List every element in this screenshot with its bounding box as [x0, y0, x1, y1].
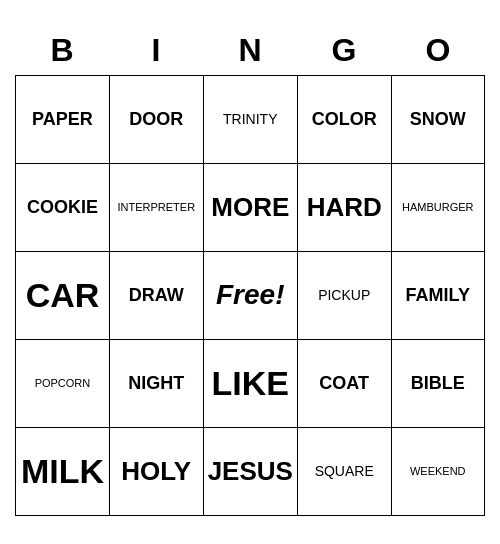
bingo-cell: FAMILY: [391, 252, 485, 340]
bingo-cell: LIKE: [203, 340, 297, 428]
header-letter: N: [203, 28, 297, 73]
bingo-cell: MILK: [16, 428, 110, 516]
bingo-cell: HAMBURGER: [391, 164, 485, 252]
cell-text: PICKUP: [302, 288, 387, 303]
grid-row: POPCORNNIGHTLIKECOATBIBLE: [16, 340, 485, 428]
header-letter: I: [109, 28, 203, 73]
bingo-cell: DOOR: [109, 76, 203, 164]
cell-text: LIKE: [208, 365, 293, 402]
cell-text: MORE: [208, 193, 293, 222]
cell-text: Free!: [208, 280, 293, 311]
cell-text: MILK: [20, 453, 105, 490]
cell-text: WEEKEND: [396, 465, 481, 477]
cell-text: POPCORN: [20, 377, 105, 389]
cell-text: PAPER: [20, 110, 105, 130]
cell-text: DOOR: [114, 110, 199, 130]
bingo-cell: CAR: [16, 252, 110, 340]
grid-row: PAPERDOORTRINITYCOLORSNOW: [16, 76, 485, 164]
cell-text: TRINITY: [208, 112, 293, 127]
bingo-cell: BIBLE: [391, 340, 485, 428]
bingo-cell: SNOW: [391, 76, 485, 164]
grid-row: COOKIEINTERPRETERMOREHARDHAMBURGER: [16, 164, 485, 252]
bingo-cell: WEEKEND: [391, 428, 485, 516]
cell-text: INTERPRETER: [114, 201, 199, 213]
cell-text: COOKIE: [20, 198, 105, 218]
bingo-cell: INTERPRETER: [109, 164, 203, 252]
cell-text: SNOW: [396, 110, 481, 130]
bingo-cell: HARD: [297, 164, 391, 252]
bingo-grid: PAPERDOORTRINITYCOLORSNOWCOOKIEINTERPRET…: [15, 75, 485, 516]
bingo-cell: PAPER: [16, 76, 110, 164]
cell-text: HOLY: [114, 457, 199, 486]
cell-text: COAT: [302, 374, 387, 394]
bingo-cell: HOLY: [109, 428, 203, 516]
bingo-cell: COAT: [297, 340, 391, 428]
header-letter: B: [15, 28, 109, 73]
cell-text: SQUARE: [302, 464, 387, 479]
bingo-cell: JESUS: [203, 428, 297, 516]
bingo-cell: DRAW: [109, 252, 203, 340]
bingo-cell: POPCORN: [16, 340, 110, 428]
cell-text: CAR: [20, 277, 105, 314]
bingo-cell: MORE: [203, 164, 297, 252]
bingo-cell: Free!: [203, 252, 297, 340]
bingo-cell: COOKIE: [16, 164, 110, 252]
cell-text: HARD: [302, 193, 387, 222]
header-letter: O: [391, 28, 485, 73]
cell-text: FAMILY: [396, 286, 481, 306]
cell-text: NIGHT: [114, 374, 199, 394]
bingo-cell: NIGHT: [109, 340, 203, 428]
header-letter: G: [297, 28, 391, 73]
cell-text: HAMBURGER: [396, 201, 481, 213]
grid-row: CARDRAWFree!PICKUPFAMILY: [16, 252, 485, 340]
bingo-card: BINGO PAPERDOORTRINITYCOLORSNOWCOOKIEINT…: [15, 28, 485, 516]
bingo-cell: PICKUP: [297, 252, 391, 340]
cell-text: COLOR: [302, 110, 387, 130]
bingo-cell: SQUARE: [297, 428, 391, 516]
bingo-header: BINGO: [15, 28, 485, 73]
grid-row: MILKHOLYJESUSSQUAREWEEKEND: [16, 428, 485, 516]
cell-text: BIBLE: [396, 374, 481, 394]
bingo-cell: COLOR: [297, 76, 391, 164]
cell-text: DRAW: [114, 286, 199, 306]
bingo-cell: TRINITY: [203, 76, 297, 164]
cell-text: JESUS: [208, 457, 293, 486]
